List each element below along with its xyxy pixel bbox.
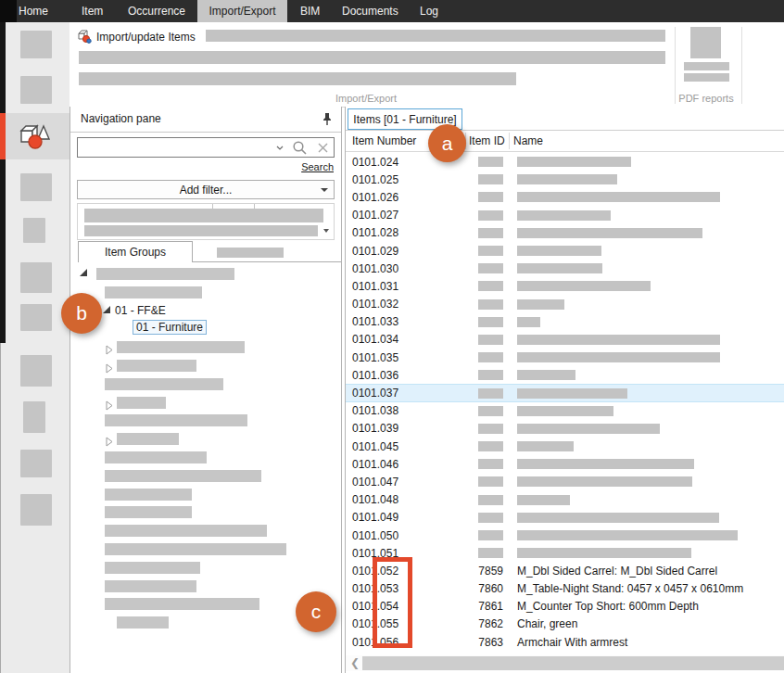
cell-item-number: 0101.049 — [346, 511, 466, 524]
menu-item-item[interactable]: Item — [82, 0, 103, 22]
tree-item-01-ff-e[interactable]: 01 - FF&E — [70, 302, 341, 321]
column-header-name[interactable]: Name — [513, 134, 543, 147]
tree-item-placeholder[interactable] — [70, 503, 341, 522]
table-row[interactable]: 0101.032 — [346, 296, 784, 313]
cell-item-number: 0101.036 — [346, 369, 466, 382]
table-row[interactable]: 0101.046 — [346, 455, 784, 473]
table-row[interactable]: 0101.029 — [346, 242, 784, 260]
sidebar-module-placeholder[interactable] — [20, 494, 52, 526]
menu-item-documents[interactable]: Documents — [342, 0, 398, 22]
sidebar-module-placeholder[interactable] — [23, 401, 45, 433]
menu-item-import-export[interactable]: Import/Export — [197, 0, 287, 22]
tree-item-01-furniture[interactable]: 01 - Furniture — [70, 320, 341, 338]
search-dropdown-chevron-icon[interactable] — [272, 138, 287, 157]
table-row[interactable]: 0101.045 — [346, 438, 784, 455]
table-row[interactable]: 0101.033 — [346, 313, 784, 331]
scrollbar-thumb[interactable] — [362, 656, 784, 670]
menu-bar-left-cap — [0, 0, 17, 22]
redacted-cell — [517, 157, 631, 167]
sidebar-module-placeholder[interactable] — [20, 304, 52, 331]
tree-item-placeholder[interactable] — [70, 338, 341, 357]
column-divider[interactable] — [509, 133, 510, 149]
tree-item-placeholder[interactable] — [70, 467, 341, 486]
tree-item-placeholder[interactable] — [70, 540, 341, 559]
column-header-item-id[interactable]: Item ID — [469, 134, 505, 147]
table-row[interactable]: 0101.030 — [346, 260, 784, 277]
filter-group-box[interactable] — [77, 203, 335, 240]
menu-item-occurrence[interactable]: Occurrence — [128, 0, 185, 22]
tree-expand-icon[interactable] — [103, 306, 110, 313]
table-row[interactable]: 0101.031 — [346, 277, 784, 295]
search-link[interactable]: Search — [301, 161, 334, 172]
redacted-cell — [517, 513, 719, 523]
table-row[interactable]: 0101.025 — [346, 171, 784, 188]
tree-item-placeholder[interactable] — [70, 578, 341, 596]
annotation-circle-a: a — [428, 124, 466, 162]
horizontal-scrollbar[interactable]: ❮ — [346, 655, 784, 671]
tree-item-placeholder[interactable] — [70, 559, 341, 578]
tree-item-placeholder[interactable] — [70, 412, 341, 430]
cell-item-number: 0101.027 — [346, 209, 466, 222]
sidebar-module-placeholder[interactable] — [20, 31, 52, 58]
table-row[interactable]: 0101.048 — [346, 491, 784, 509]
tree-item-placeholder[interactable] — [70, 375, 341, 394]
redacted-cell — [517, 530, 738, 540]
sidebar-item-items-module[interactable] — [0, 113, 70, 159]
table-row[interactable]: 0101.049 — [346, 509, 784, 527]
tree-item-placeholder[interactable] — [70, 284, 341, 302]
redacted-tree-node — [117, 341, 245, 353]
cell-item-id — [466, 317, 503, 327]
clear-search-icon[interactable] — [311, 138, 334, 157]
table-row[interactable]: 0101.028 — [346, 224, 784, 242]
table-row[interactable]: 0101.038 — [346, 402, 784, 420]
search-icon[interactable] — [287, 138, 311, 157]
sidebar-module-placeholder[interactable] — [20, 76, 52, 104]
tree-item-placeholder[interactable] — [70, 522, 341, 540]
column-header-item-number[interactable]: Item Number — [352, 134, 416, 147]
sidebar-module-placeholder[interactable] — [20, 173, 52, 201]
tree-expand-icon[interactable] — [80, 269, 87, 276]
tree-item-placeholder[interactable] — [70, 394, 341, 413]
table-row[interactable]: 0101.034 — [346, 331, 784, 349]
ribbon-group-caption-pdf-reports: PDF reports — [670, 93, 742, 104]
scroll-left-icon[interactable]: ❮ — [350, 655, 360, 671]
tree-item-placeholder[interactable] — [70, 486, 341, 504]
table-row[interactable]: 0101.047 — [346, 473, 784, 490]
add-filter-button[interactable]: Add filter... — [77, 180, 335, 199]
add-filter-label: Add filter... — [180, 184, 233, 197]
redacted-cell — [517, 174, 617, 184]
sidebar-module-placeholder[interactable] — [20, 355, 52, 387]
menu-item-log[interactable]: Log — [420, 0, 438, 22]
import-update-items-button[interactable]: Import/update Items — [77, 28, 196, 46]
table-row[interactable]: 0101.037 — [346, 384, 784, 401]
sidebar-module-placeholder[interactable] — [23, 218, 45, 243]
table-row[interactable]: 0101.027 — [346, 207, 784, 224]
menu-item-home[interactable]: Home — [19, 0, 48, 22]
pdf-reports-icon-placeholder[interactable] — [690, 27, 721, 58]
table-row[interactable]: 0101.024 — [346, 153, 784, 171]
table-row[interactable]: 0101.050 — [346, 527, 784, 544]
sidebar-dark-strip — [0, 22, 6, 343]
navigation-pane-header: Navigation pane — [70, 107, 341, 133]
tree-node-label[interactable]: 01 - FF&E — [115, 304, 166, 317]
sidebar-module-placeholder[interactable] — [20, 450, 52, 477]
sidebar-module-placeholder[interactable] — [20, 262, 52, 293]
redacted-cell — [517, 406, 613, 416]
tree-item-placeholder[interactable] — [70, 357, 341, 375]
tree-item-placeholder[interactable] — [70, 265, 341, 284]
pin-icon[interactable] — [322, 112, 333, 130]
tree-item-placeholder[interactable] — [70, 449, 341, 467]
cell-item-id — [466, 174, 503, 184]
table-row[interactable]: 0101.026 — [346, 188, 784, 206]
highlight-rectangle — [373, 557, 412, 648]
redacted-tree-node — [105, 506, 192, 518]
table-row[interactable]: 0101.039 — [346, 420, 784, 438]
redacted-tab-label[interactable] — [217, 248, 284, 258]
navigation-search-input[interactable] — [78, 141, 272, 154]
table-row[interactable]: 0101.035 — [346, 349, 784, 366]
tree-node-label[interactable]: 01 - Furniture — [133, 320, 207, 335]
tree-item-placeholder[interactable] — [70, 430, 341, 449]
table-row[interactable]: 0101.036 — [346, 366, 784, 384]
menu-item-bim[interactable]: BIM — [300, 0, 320, 22]
tab-item-groups[interactable]: Item Groups — [78, 241, 193, 262]
